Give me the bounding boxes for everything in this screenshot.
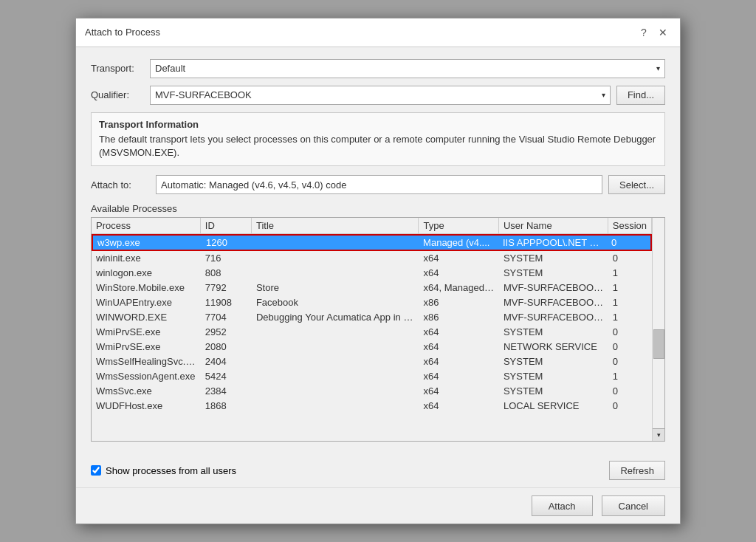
show-all-processes-wrap: Show processes from all users: [91, 465, 236, 476]
attach-to-label: Attach to:: [91, 179, 150, 191]
transport-info-title: Transport Information: [99, 119, 657, 130]
table-cell: 0: [608, 399, 652, 413]
table-cell: 1: [608, 281, 652, 295]
qualifier-value: MVF-SURFACEBOOK: [155, 89, 252, 100]
close-button[interactable]: ✕: [655, 24, 671, 41]
table-cell: WmsSelfHealingSvc.exe: [92, 354, 201, 368]
dialog-title: Attach to Process: [85, 27, 160, 38]
scroll-down-icon[interactable]: ▾: [653, 428, 664, 441]
table-cell: Facebook: [252, 295, 419, 309]
table-cell: wininit.exe: [92, 251, 201, 265]
table-row[interactable]: WmsSelfHealingSvc.exe2404x64SYSTEM0: [92, 354, 652, 369]
scrollbar[interactable]: ▾: [652, 218, 664, 441]
select-button[interactable]: Select...: [608, 175, 665, 194]
table-body: w3wp.exe1260Managed (v4....IIS APPPOOL\.…: [92, 234, 652, 441]
find-button[interactable]: Find...: [616, 86, 665, 105]
table-row[interactable]: WmsSessionAgent.exe5424x64SYSTEM1: [92, 369, 652, 384]
table-cell: WinUAPEntry.exe: [92, 295, 201, 309]
table-cell: x64: [419, 369, 498, 383]
table-cell: 11908: [201, 295, 252, 309]
qualifier-control: MVF-SURFACEBOOK ▾ Find...: [150, 86, 665, 105]
transport-combo[interactable]: Default ▾: [150, 59, 665, 78]
table-cell: Debugging Your Acumatica App in Visual S…: [252, 310, 419, 324]
table-cell: 0: [608, 384, 652, 398]
transport-info-box: Transport Information The default transp…: [91, 112, 665, 166]
table-cell: x64: [419, 384, 498, 398]
table-cell: winlogon.exe: [92, 266, 201, 280]
table-cell: 1868: [201, 399, 252, 413]
table-cell: IIS APPPOOL\.NET v4.5: [498, 236, 607, 250]
attach-to-process-dialog: Attach to Process ? ✕ Transport: Default…: [75, 18, 681, 524]
title-bar-left: Attach to Process: [85, 27, 160, 38]
table-cell: x64: [419, 325, 498, 339]
qualifier-arrow-icon: ▾: [602, 91, 605, 99]
table-cell: SYSTEM: [499, 354, 608, 368]
table-cell: 808: [201, 266, 252, 280]
table-row[interactable]: WinUAPEntry.exe11908Facebookx86MVF-SURFA…: [92, 295, 652, 310]
col-username: User Name: [499, 218, 608, 233]
table-row[interactable]: WUDFHost.exe1868x64LOCAL SERVICE0: [92, 399, 652, 414]
table-row[interactable]: w3wp.exe1260Managed (v4....IIS APPPOOL\.…: [92, 234, 652, 251]
table-cell: 2404: [201, 354, 252, 368]
table-cell: x86: [419, 295, 498, 309]
table-cell: SYSTEM: [499, 384, 608, 398]
cancel-button[interactable]: Cancel: [602, 495, 665, 516]
table-cell: [252, 257, 419, 260]
table-row[interactable]: WinStore.Mobile.exe7792Storex64, Managed…: [92, 281, 652, 295]
table-row[interactable]: WINWORD.EXE7704Debugging Your Acumatica …: [92, 310, 652, 325]
available-processes-label: Available Processes: [91, 203, 665, 214]
qualifier-row: Qualifier: MVF-SURFACEBOOK ▾ Find...: [91, 86, 665, 105]
table-cell: 0: [608, 251, 652, 265]
table-cell: 0: [607, 236, 650, 250]
table-cell: [252, 360, 419, 363]
table-cell: 2080: [201, 340, 252, 354]
qualifier-label: Qualifier:: [91, 89, 150, 100]
table-cell: Store: [252, 281, 419, 295]
table-cell: 1: [608, 310, 652, 324]
transport-arrow-icon: ▾: [656, 64, 660, 72]
scrollbar-thumb: [653, 329, 664, 359]
title-bar-buttons: ? ✕: [636, 24, 671, 41]
table-cell: Managed (v4....: [419, 236, 498, 250]
table-cell: [252, 375, 419, 378]
col-process: Process: [92, 218, 201, 233]
table-row[interactable]: WmiPrvSE.exe2080x64NETWORK SERVICE0: [92, 340, 652, 354]
transport-label: Transport:: [91, 63, 150, 74]
table-cell: 7792: [201, 281, 252, 295]
table-cell: SYSTEM: [499, 325, 608, 339]
show-all-label[interactable]: Show processes from all users: [106, 465, 236, 476]
title-bar: Attach to Process ? ✕: [76, 18, 680, 47]
col-session: Session: [608, 218, 652, 233]
transport-row: Transport: Default ▾: [91, 59, 665, 78]
table-cell: 1: [608, 369, 652, 383]
table-cell: 716: [201, 251, 252, 265]
table-cell: 2384: [201, 384, 252, 398]
table-cell: [252, 272, 419, 275]
table-row[interactable]: wininit.exe716x64SYSTEM0: [92, 251, 652, 266]
attach-button[interactable]: Attach: [532, 495, 593, 516]
dialog-content: Transport: Default ▾ Qualifier: MVF-SURF…: [76, 47, 680, 453]
col-type: Type: [419, 218, 498, 233]
process-table-container: Process ID Title Type User Name Session …: [91, 217, 665, 442]
table-cell: 0: [608, 340, 652, 354]
bottom-bar: Show processes from all users Refresh: [76, 453, 680, 487]
table-cell: 1260: [202, 236, 252, 250]
table-cell: 0: [608, 325, 652, 339]
table-row[interactable]: winlogon.exe808x64SYSTEM1: [92, 266, 652, 281]
show-all-checkbox[interactable]: [91, 465, 101, 476]
table-cell: WmiPrvSE.exe: [92, 325, 201, 339]
table-cell: SYSTEM: [499, 251, 608, 265]
table-cell: NETWORK SERVICE: [499, 340, 608, 354]
help-button[interactable]: ?: [636, 24, 652, 41]
table-row[interactable]: WmsSvc.exe2384x64SYSTEM0: [92, 384, 652, 399]
table-cell: 1: [608, 295, 652, 309]
qualifier-combo[interactable]: MVF-SURFACEBOOK ▾: [150, 86, 611, 105]
attach-to-value: Automatic: Managed (v4.6, v4.5, v4.0) co…: [161, 179, 346, 191]
table-cell: x64: [419, 266, 498, 280]
refresh-button[interactable]: Refresh: [609, 461, 665, 480]
transport-info-text: The default transport lets you select pr…: [99, 133, 657, 159]
transport-value: Default: [155, 63, 185, 74]
table-row[interactable]: WmiPrvSE.exe2952x64SYSTEM0: [92, 325, 652, 340]
table-cell: x64: [419, 251, 498, 265]
table-cell: x64: [419, 399, 498, 413]
